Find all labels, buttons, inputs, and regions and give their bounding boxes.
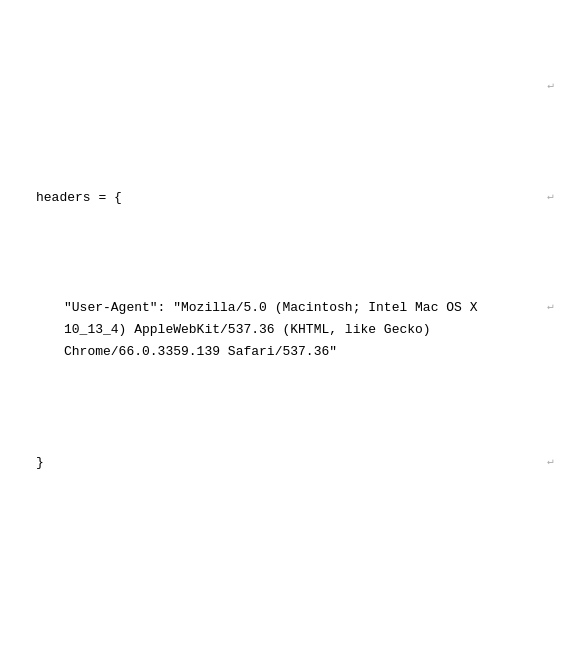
code-block: ↵ headers = { ↵ "User-Agent": "Mozilla/5… — [0, 10, 562, 671]
return-mark: ↵ — [541, 297, 554, 316]
line-blank1 — [8, 562, 554, 584]
line-user-agent: "User-Agent": "Mozilla/5.0 (Macintosh; I… — [8, 297, 554, 363]
line-user-agent-text: "User-Agent": "Mozilla/5.0 (Macintosh; I… — [64, 297, 539, 363]
line-headers-def: headers = { ↵ — [8, 187, 554, 209]
line-headers-text: headers = { — [36, 187, 539, 209]
return-mark: ↵ — [541, 187, 554, 206]
line-close-brace-text: } — [36, 452, 539, 474]
return-mark: ↵ — [541, 452, 554, 471]
line-return-top: ↵ — [8, 76, 554, 98]
line-close-brace: } ↵ — [8, 452, 554, 474]
return-mark: ↵ — [547, 76, 554, 95]
